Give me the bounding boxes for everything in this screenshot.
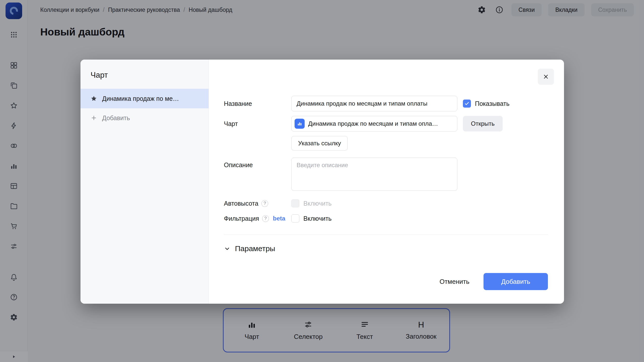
add-button[interactable]: Добавить [484, 273, 548, 290]
chart-select-field[interactable]: Динамика продаж по месяцам и типам опла… [291, 116, 457, 131]
chart-label: Чарт [224, 120, 291, 127]
dialog-side-panel: Чарт Динамика продаж по ме… Добавить [80, 60, 209, 304]
beta-badge: beta [273, 215, 285, 222]
specify-link-button[interactable]: Указать ссылку [291, 136, 348, 151]
show-title-label: Показывать [475, 100, 509, 107]
chart-type-icon [295, 119, 305, 129]
autoheight-label-text: Автовысота [224, 200, 258, 207]
autoheight-row: Автовысота ? Включить [224, 198, 548, 209]
autoheight-toggle-label: Включить [303, 200, 332, 207]
name-row: Название Показывать [224, 96, 548, 111]
filtering-toggle-label: Включить [303, 215, 332, 222]
cancel-button[interactable]: Отменить [432, 273, 476, 290]
description-label: Описание [224, 158, 291, 169]
close-icon [542, 73, 549, 80]
parameters-label: Параметры [235, 244, 275, 253]
name-label: Название [224, 100, 291, 107]
show-title-checkbox[interactable] [463, 100, 471, 108]
add-chart-list-label: Добавить [102, 114, 130, 122]
parameters-section-toggle[interactable]: Параметры [224, 235, 548, 253]
chart-form: Название Показывать Чарт Динамика продаж… [224, 96, 548, 253]
autoheight-toggle: Включить [291, 199, 332, 207]
filtering-help-icon[interactable]: ? [262, 215, 269, 222]
check-icon [464, 101, 470, 106]
open-chart-button[interactable]: Открыть [463, 116, 503, 131]
chart-list-item-label: Динамика продаж по ме… [102, 95, 179, 102]
description-textarea[interactable] [291, 158, 457, 191]
description-row: Описание [224, 158, 548, 191]
show-title-toggle[interactable]: Показывать [463, 100, 509, 108]
filtering-label: Фильтрация ? beta [224, 215, 291, 222]
dialog-title: Чарт [80, 71, 209, 89]
filtering-label-text: Фильтрация [224, 215, 259, 222]
autoheight-checkbox [291, 199, 299, 207]
filtering-row: Фильтрация ? beta Включить [224, 213, 548, 224]
plus-icon [91, 115, 97, 121]
add-chart-list-button[interactable]: Добавить [80, 108, 209, 127]
filtering-toggle[interactable]: Включить [291, 214, 332, 222]
close-button[interactable] [538, 69, 554, 85]
add-chart-dialog: Чарт Динамика продаж по ме… Добавить Наз… [80, 60, 564, 304]
autoheight-help-icon[interactable]: ? [261, 200, 268, 207]
link-row: Указать ссылку [291, 136, 548, 151]
filtering-checkbox[interactable] [291, 214, 299, 222]
dialog-footer: Отменить Добавить [432, 273, 548, 290]
name-input[interactable] [291, 96, 457, 111]
chevron-down-icon [224, 245, 230, 252]
star-icon [91, 95, 97, 102]
chart-row: Чарт Динамика продаж по месяцам и типам … [224, 116, 548, 131]
autoheight-label: Автовысота ? [224, 200, 291, 207]
dialog-content: Название Показывать Чарт Динамика продаж… [209, 60, 564, 304]
chart-field-value: Динамика продаж по месяцам и типам опла… [308, 120, 438, 127]
chart-list-item-selected[interactable]: Динамика продаж по ме… [80, 89, 209, 108]
